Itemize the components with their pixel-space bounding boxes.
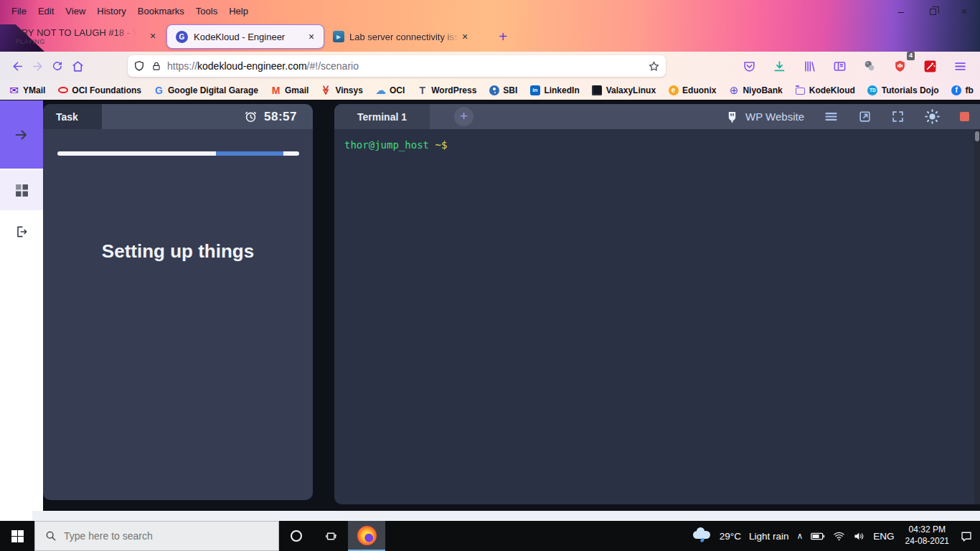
navigation-toolbar: https://kodekloud-engineer.com/#!/scenar… <box>0 52 980 80</box>
sidebar-toggle-button[interactable] <box>829 56 849 76</box>
new-tab-button[interactable]: + <box>494 27 512 46</box>
menu-tools[interactable]: Tools <box>190 6 223 17</box>
bookmark-gmail[interactable]: MGmail <box>270 85 308 95</box>
tab-close-icon[interactable]: × <box>305 30 318 43</box>
sidebar-item-dashboard[interactable] <box>0 170 43 210</box>
new-terminal-button[interactable]: + <box>454 107 473 126</box>
minimize-button[interactable]: – <box>885 0 917 22</box>
reload-button[interactable] <box>47 56 67 76</box>
menu-bookmarks[interactable]: Bookmarks <box>132 6 190 17</box>
bookmark-tutorials-dojo[interactable]: TDTutorials Dojo <box>867 85 939 95</box>
back-button[interactable] <box>7 56 27 76</box>
bookmark-valaxylinux[interactable]: ValaxyLinux <box>592 85 656 95</box>
windows-taskbar: 29°C Light rain ∧ ENG 04:32 PM 24-08-202… <box>0 521 980 551</box>
close-button[interactable]: × <box>948 0 980 22</box>
bookmark-fb[interactable]: ffb <box>951 85 974 95</box>
cortana-button[interactable] <box>279 521 314 551</box>
timer-strip: 58:57 <box>102 104 313 129</box>
download-icon <box>773 60 786 73</box>
pocket-button[interactable] <box>739 56 759 76</box>
weather-condition[interactable]: Light rain <box>749 531 789 542</box>
sidebar-expand-button[interactable] <box>0 100 43 169</box>
tab-title: KodeKloud - Engineer <box>194 32 305 42</box>
gmail-m-icon: M <box>270 85 281 95</box>
tracking-shield-icon <box>133 60 145 72</box>
weather-rain-icon[interactable] <box>693 529 712 542</box>
menu-help[interactable]: Help <box>223 6 254 17</box>
bookmark-linkedin[interactable]: inLinkedIn <box>529 85 579 95</box>
stop-session-button[interactable] <box>960 112 969 121</box>
bookmark-kodekloud[interactable]: KodeKloud <box>795 85 855 95</box>
home-button[interactable] <box>67 56 88 76</box>
progress-segment-active <box>216 151 283 156</box>
adblock-button[interactable]: 4 <box>890 56 910 76</box>
bookmark-oci[interactable]: ☁OCI <box>375 85 405 95</box>
tab-lab-server[interactable]: ▶ Lab server connectivity issue - K × <box>333 23 482 50</box>
bookmark-vinsys[interactable]: ≫Vinsys <box>321 85 362 95</box>
bookmark-star-icon[interactable] <box>648 60 660 72</box>
task-view-button[interactable] <box>314 521 348 551</box>
bookmark-ymail[interactable]: ✉YMail <box>9 85 45 95</box>
clock-date: 24-08-2021 <box>905 536 949 546</box>
tab-youtube[interactable]: TRY NOT TO LAUGH #18 - YouT PLAYING × <box>14 23 159 50</box>
search-input[interactable] <box>64 530 243 542</box>
setup-progress-bar <box>57 151 299 156</box>
extension-spheres-button[interactable] <box>859 56 880 76</box>
tab-close-icon[interactable]: × <box>146 29 159 42</box>
menu-view[interactable]: View <box>60 6 91 17</box>
bookmark-sbi[interactable]: SBI <box>489 85 517 95</box>
start-button[interactable] <box>0 521 34 551</box>
terminal-scrollbar[interactable] <box>974 129 980 504</box>
menu-file[interactable]: File <box>6 6 32 17</box>
bookmark-label: Vinsys <box>335 85 362 95</box>
menu-edit[interactable]: Edit <box>32 6 60 17</box>
back-icon <box>11 60 24 73</box>
menu-history[interactable]: History <box>91 6 131 17</box>
taskbar-search-box[interactable] <box>34 521 279 551</box>
terminal-menu-icon[interactable] <box>824 109 839 124</box>
bookmark-oci-foundations[interactable]: OCI Foundations <box>57 85 141 95</box>
terminal-tab-1[interactable]: Terminal 1 <box>334 104 430 129</box>
window-controls: – × <box>885 0 980 22</box>
terminal-screen[interactable]: thor@jump_host ~$ <box>334 129 980 161</box>
bookmark-niyobank[interactable]: ⊕NiyoBank <box>728 85 782 95</box>
library-icon <box>803 60 816 73</box>
bookmark-google-digital-garage[interactable]: GGoogle Digital Garage <box>154 85 258 95</box>
bookmark-wordpress[interactable]: TWordPress <box>417 85 476 95</box>
tray-overflow-chevron[interactable]: ∧ <box>797 531 804 541</box>
scrollbar-thumb[interactable] <box>975 131 979 141</box>
progress-segment-done <box>57 151 216 156</box>
bookmark-label: Eduonix <box>682 85 716 95</box>
tab-title: TRY NOT TO LAUGH #18 - YouT <box>16 27 136 38</box>
tab-kodekloud-active[interactable]: G KodeKloud - Engineer × <box>166 24 324 49</box>
action-center-icon[interactable] <box>960 530 973 542</box>
tab-close-icon[interactable]: × <box>458 30 471 43</box>
restore-button[interactable] <box>917 0 948 22</box>
wand-extension-button[interactable] <box>920 56 940 76</box>
brightness-icon[interactable] <box>924 108 941 125</box>
sidebar-logout-button[interactable] <box>0 215 43 248</box>
browser-titlebar: File Edit View History Bookmarks Tools H… <box>0 0 980 52</box>
firefox-taskbar-button[interactable] <box>348 521 385 551</box>
downloads-button[interactable] <box>769 56 789 76</box>
url-bar[interactable]: https://kodekloud-engineer.com/#!/scenar… <box>128 55 666 77</box>
bookmark-eduonix[interactable]: eEduonix <box>668 85 716 95</box>
language-indicator[interactable]: ENG <box>873 531 894 542</box>
fullscreen-icon[interactable] <box>891 110 905 123</box>
speaker-icon[interactable] <box>853 531 865 542</box>
prompt-user-host: thor@jump_host <box>344 139 429 151</box>
prompt-symbol: ~$ <box>435 139 447 151</box>
app-menu-button[interactable] <box>950 56 970 76</box>
taskbar-clock[interactable]: 04:32 PM 24-08-2021 <box>903 524 952 547</box>
weather-temperature[interactable]: 29°C <box>720 531 741 542</box>
logout-icon <box>14 225 29 239</box>
forward-button[interactable] <box>27 56 47 76</box>
kodekloud-favicon: G <box>176 31 188 43</box>
battery-icon[interactable] <box>811 532 825 541</box>
bookmark-label: SBI <box>503 85 517 95</box>
tab-title: Lab server connectivity issue - K <box>349 32 458 42</box>
open-external-icon[interactable] <box>858 110 872 123</box>
library-button[interactable] <box>799 56 819 76</box>
hamburger-icon <box>953 60 967 73</box>
wifi-icon[interactable] <box>833 531 845 541</box>
